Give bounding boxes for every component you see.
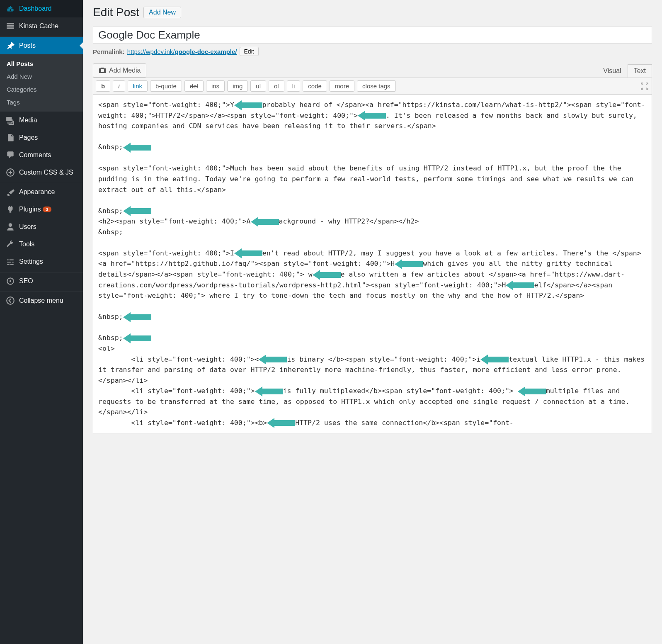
annotation-arrow-icon	[518, 387, 546, 396]
dashboard-icon	[5, 3, 16, 14]
menu-users[interactable]: Users	[0, 218, 83, 236]
qt-more[interactable]: more	[330, 80, 354, 92]
menu-comments[interactable]: Comments	[0, 146, 83, 164]
svg-rect-1	[7, 25, 14, 27]
annotation-arrow-icon	[313, 270, 341, 279]
svg-point-4	[9, 223, 12, 227]
wrench-icon	[5, 239, 16, 250]
qt-li[interactable]: li	[287, 80, 301, 92]
collapse-icon	[5, 295, 16, 306]
menu-pages[interactable]: Pages	[0, 129, 83, 146]
annotation-arrow-icon	[123, 313, 151, 322]
submenu-all-posts[interactable]: All Posts	[0, 57, 83, 70]
menu-label: Users	[19, 223, 36, 231]
menu-custom-css-js[interactable]: Custom CSS & JS	[0, 164, 83, 181]
brush-icon	[5, 187, 16, 197]
plus-icon	[5, 167, 16, 178]
menu-appearance[interactable]: Appearance	[0, 183, 83, 201]
add-media-button[interactable]: Add Media	[93, 63, 146, 78]
permalink-edit-button[interactable]: Edit	[240, 47, 259, 56]
content-editor[interactable]: <span style="font-weight: 400;">Yprobabl…	[93, 95, 652, 433]
menu-label: Posts	[19, 42, 36, 49]
menu-label: Pages	[19, 134, 38, 141]
plugin-update-badge: 3	[43, 207, 51, 212]
admin-sidebar: Dashboard Kinsta Cache Posts All Posts A…	[0, 0, 83, 644]
annotation-arrow-icon	[234, 249, 262, 258]
annotation-arrow-icon	[234, 101, 262, 110]
tab-text[interactable]: Text	[628, 64, 652, 78]
submenu-add-new[interactable]: Add New	[0, 70, 83, 83]
add-new-button[interactable]: Add New	[143, 7, 181, 18]
qt-close[interactable]: close tags	[357, 80, 396, 92]
annotation-arrow-icon	[506, 281, 534, 290]
post-title-input[interactable]	[93, 27, 652, 44]
posts-submenu: All Posts Add New Categories Tags	[0, 54, 83, 112]
fullscreen-icon[interactable]	[640, 82, 649, 91]
pin-icon	[5, 40, 16, 51]
editor-tabs: Visual Text	[93, 64, 652, 78]
svg-point-7	[7, 297, 14, 304]
submenu-categories[interactable]: Categories	[0, 83, 83, 96]
annotation-arrow-icon	[395, 260, 423, 269]
menu-label: Appearance	[19, 188, 55, 196]
annotation-arrow-icon	[123, 334, 151, 343]
quicktags-toolbar: b i link b-quote del ins img ul ol li co…	[93, 78, 652, 95]
menu-settings[interactable]: Settings	[0, 253, 83, 270]
menu-dashboard[interactable]: Dashboard	[0, 0, 83, 17]
menu-plugins[interactable]: Plugins 3	[0, 201, 83, 218]
qt-i[interactable]: i	[113, 80, 125, 92]
pages-icon	[5, 132, 16, 143]
menu-seo[interactable]: SEO	[0, 272, 83, 290]
media-icon	[5, 115, 16, 126]
plug-icon	[5, 204, 16, 215]
menu-media[interactable]: Media	[0, 112, 83, 129]
seo-icon	[5, 276, 16, 287]
menu-label: Settings	[19, 258, 43, 265]
tab-visual[interactable]: Visual	[597, 64, 627, 78]
permalink-row: Permalink: https://wpdev.ink/google-doc-…	[93, 47, 652, 56]
menu-label: Comments	[19, 151, 51, 159]
submenu-tags[interactable]: Tags	[0, 96, 83, 109]
permalink-label: Permalink:	[93, 48, 125, 55]
annotation-arrow-icon	[480, 355, 509, 364]
menu-label: Kinsta Cache	[19, 22, 58, 30]
annotation-arrow-icon	[123, 207, 151, 216]
qt-ins[interactable]: ins	[206, 80, 225, 92]
qt-code[interactable]: code	[303, 80, 327, 92]
annotation-arrow-icon	[255, 387, 283, 396]
menu-label: Media	[19, 117, 37, 124]
menu-label: SEO	[19, 277, 33, 285]
comments-icon	[5, 150, 16, 160]
sliders-icon	[5, 256, 16, 267]
svg-rect-0	[7, 23, 14, 24]
media-button-label: Add Media	[109, 67, 141, 74]
qt-img[interactable]: img	[227, 80, 248, 92]
annotation-arrow-icon	[251, 217, 279, 226]
menu-label: Collapse menu	[19, 297, 63, 304]
svg-point-6	[10, 280, 11, 282]
menu-label: Tools	[19, 241, 34, 248]
annotation-arrow-icon	[123, 143, 151, 152]
menu-posts[interactable]: Posts	[0, 37, 83, 54]
menu-kinsta-cache[interactable]: Kinsta Cache	[0, 17, 83, 35]
qt-del[interactable]: del	[184, 80, 204, 92]
user-icon	[5, 221, 16, 232]
menu-collapse[interactable]: Collapse menu	[0, 292, 83, 309]
menu-tools[interactable]: Tools	[0, 236, 83, 253]
qt-bquote[interactable]: b-quote	[150, 80, 182, 92]
menu-label: Custom CSS & JS	[19, 169, 73, 176]
cache-icon	[5, 21, 16, 32]
qt-ol[interactable]: ol	[269, 80, 284, 92]
annotation-arrow-icon	[267, 418, 295, 428]
main-content: Edit Post Add New Permalink: https://wpd…	[83, 0, 662, 644]
menu-label: Dashboard	[19, 5, 51, 12]
qt-b[interactable]: b	[96, 80, 110, 92]
camera-icon	[98, 66, 107, 75]
qt-ul[interactable]: ul	[250, 80, 266, 92]
annotation-arrow-icon	[259, 355, 287, 364]
annotation-arrow-icon	[358, 111, 386, 120]
qt-link[interactable]: link	[128, 80, 148, 92]
permalink-link[interactable]: https://wpdev.ink/google-doc-example/	[127, 48, 237, 55]
page-title: Edit Post	[93, 6, 139, 19]
menu-label: Plugins	[19, 206, 41, 213]
